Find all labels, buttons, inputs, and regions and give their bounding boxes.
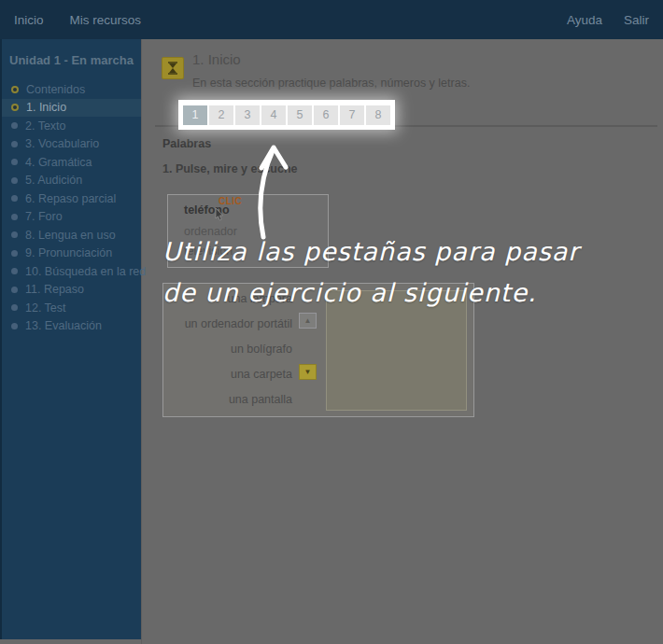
tab-2[interactable]: 2 [209, 105, 233, 125]
unit-sidebar: Unidad 1 - En marcha Contenidos 1. Inici… [0, 39, 141, 639]
bullet-icon [11, 304, 18, 311]
topnav-inicio[interactable]: Inicio [14, 13, 44, 27]
word-ordenador[interactable]: ordenador [184, 225, 237, 238]
page-subtitle: En esta sección practique palabras, núme… [192, 77, 470, 90]
sidebar-item-repaso-parcial[interactable]: 6. Repaso parcial [2, 189, 141, 208]
bullet-icon [11, 214, 18, 220]
move-up-button[interactable]: ▲ [299, 313, 317, 329]
hourglass-icon [162, 57, 184, 79]
sidebar-item-audicion[interactable]: 5. Audición [2, 172, 141, 190]
tutorial-message-line1: Utiliza las pestañas para pasar [162, 237, 579, 266]
topnav-mis-recursos[interactable]: Mis recursos [70, 13, 142, 27]
sidebar-item-lengua-en-uso[interactable]: 8. Lengua en uso [2, 226, 141, 245]
sidebar-item-evaluacion[interactable]: 13. Evaluación [2, 317, 141, 336]
sidebar-item-texto[interactable]: 2. Texto [2, 117, 141, 135]
tab-1[interactable]: 1 [183, 105, 207, 125]
tutorial-message-line2: de un ejercicio al siguiente. [162, 278, 537, 307]
tab-8[interactable]: 8 [366, 105, 390, 125]
match-item[interactable]: un bolígrafo [169, 337, 292, 362]
tab-3[interactable]: 3 [235, 105, 260, 125]
tab-6[interactable]: 6 [314, 105, 338, 125]
bullet-icon [11, 268, 18, 274]
section-heading: Palabras [162, 137, 211, 150]
topnav-ayuda[interactable]: Ayuda [567, 13, 602, 27]
bullet-icon [11, 195, 18, 202]
unit-title: Unidad 1 - En marcha [2, 39, 141, 78]
sidebar-item-gramatica[interactable]: 4. Gramática [2, 153, 141, 172]
tab-5[interactable]: 5 [288, 105, 312, 125]
bullet-icon [11, 323, 18, 329]
bullet-icon [11, 177, 18, 184]
bullet-icon [11, 141, 18, 147]
clic-label: CLIC [219, 196, 242, 206]
topnav-salir[interactable]: Salir [624, 13, 649, 27]
sidebar-item-busqueda-en-la-red[interactable]: 10. Búsqueda en la red [2, 262, 141, 281]
bullet-icon [11, 159, 18, 165]
page-title: 1. Inicio [192, 51, 241, 67]
unit-section-list: Contenidos 1. Inicio 2. Texto 3. Vocabul… [2, 80, 141, 335]
exercise-instruction: 1. Pulse, mire y escuche [162, 162, 298, 175]
up-arrow-icon: ▲ [304, 316, 312, 325]
bullet-icon [11, 250, 18, 257]
down-arrow-icon: ▼ [304, 368, 312, 376]
top-navigation-bar: Inicio Mis recursos Ayuda Salir [0, 0, 663, 39]
sidebar-item-test[interactable]: 12. Test [2, 299, 141, 317]
match-item[interactable]: una carpeta [169, 362, 292, 387]
match-item[interactable]: un ordenador portátil [169, 312, 292, 337]
bullet-icon [11, 104, 19, 111]
bullet-icon [11, 122, 18, 129]
exercise-tab-strip: 1 2 3 4 5 6 7 8 [180, 102, 393, 128]
sidebar-item-inicio[interactable]: 1. Inicio [2, 99, 141, 118]
sidebar-item-vocabulario[interactable]: 3. Vocabulario [2, 135, 141, 154]
sidebar-item-pronunciacion[interactable]: 9. Pronunciación [2, 245, 141, 263]
tab-4[interactable]: 4 [261, 105, 286, 125]
sidebar-item-contenidos[interactable]: Contenidos [2, 80, 141, 99]
tab-7[interactable]: 7 [340, 105, 364, 125]
bullet-icon [11, 287, 18, 293]
match-item[interactable]: una pantalla [169, 387, 292, 413]
topnav-left: Inicio Mis recursos [14, 13, 141, 27]
sidebar-item-repaso[interactable]: 11. Repaso [2, 281, 141, 300]
sidebar-item-foro[interactable]: 7. Foro [2, 208, 141, 227]
bullet-icon [11, 86, 19, 93]
bullet-icon [11, 231, 18, 238]
mouse-cursor-icon [215, 208, 225, 225]
topnav-right: Ayuda Salir [567, 13, 649, 27]
exercise-image-area [326, 290, 467, 411]
move-down-button[interactable]: ▼ [299, 364, 317, 380]
main-content-dimmed: 1. Inicio En esta sección practique pala… [141, 39, 663, 644]
